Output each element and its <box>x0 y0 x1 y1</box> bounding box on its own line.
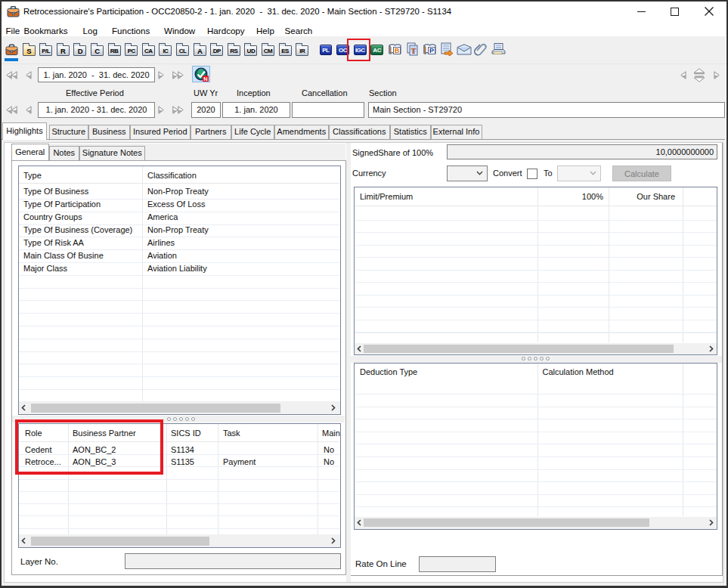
svg-text:P: P <box>429 47 434 54</box>
svg-text:N: N <box>203 76 207 82</box>
svg-text:B: B <box>395 47 400 54</box>
svg-text:T: T <box>411 47 417 55</box>
